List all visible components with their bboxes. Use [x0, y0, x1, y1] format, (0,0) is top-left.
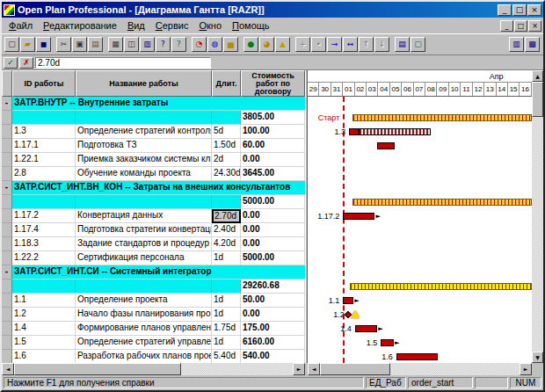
row-collapse-cell[interactable] — [2, 237, 12, 251]
cell-cost[interactable]: 0.00 — [241, 308, 305, 322]
cell-cost[interactable]: 3805.00 — [241, 111, 305, 125]
cell-cost[interactable]: 50.00 — [241, 294, 305, 308]
header-collapse-column[interactable] — [2, 70, 12, 97]
vertical-scroll-thumb[interactable] — [532, 82, 543, 117]
subtotal-row[interactable]: 29260.68 — [2, 279, 305, 294]
row-collapse-cell[interactable] — [2, 153, 12, 167]
cell-name[interactable] — [76, 279, 212, 294]
header-duration[interactable]: Длит. — [212, 70, 241, 97]
row-collapse-cell[interactable] — [2, 125, 12, 139]
cell-id[interactable]: 1.2 — [12, 308, 76, 322]
task-bar[interactable] — [343, 297, 353, 304]
help-button[interactable]: ? — [156, 37, 171, 52]
header-cost[interactable]: Стоимость работ по договору — [241, 70, 305, 97]
gantt-hscroll-thumb[interactable] — [320, 363, 390, 375]
cell-name[interactable]: Задание стандартов и процедур по д — [76, 237, 212, 251]
row-collapse-cell[interactable] — [2, 294, 12, 308]
table-scroll-left-button[interactable]: ◄ — [2, 363, 14, 375]
move-up-button[interactable]: ↑ — [359, 37, 374, 52]
new-document-button[interactable]: ▢ — [4, 37, 19, 52]
task-row[interactable]: 1.18.3Задание стандартов и процедур по д… — [2, 237, 305, 251]
cell-cost[interactable]: 175.00 — [241, 322, 305, 336]
table-hscrollbar[interactable]: ◄ ► — [2, 363, 305, 375]
cell-name[interactable]: Определение стратегий управления — [76, 336, 212, 350]
task-row[interactable]: 1.3Определение стратегий контроля и отч5… — [2, 125, 305, 139]
section-row[interactable]: -ЗАТР.ВНУТР -- Внутренние затраты — [2, 97, 305, 111]
cell-name[interactable]: Подготовка ТЗ — [76, 139, 212, 153]
task-row[interactable]: 1.4Формирование планов управления1.75d17… — [2, 322, 305, 336]
cell-cost[interactable]: 29260.68 — [241, 279, 305, 294]
title-bar[interactable]: Open Plan Professional - [Диаграмма Гант… — [2, 2, 543, 18]
subtotal-row[interactable]: 3805.00 — [2, 111, 305, 125]
gantt-view-button[interactable]: ▤ — [395, 37, 410, 52]
time-analysis-button[interactable]: ◔ — [192, 37, 207, 52]
row-collapse-cell[interactable]: - — [2, 181, 12, 195]
row-collapse-cell[interactable] — [2, 308, 12, 322]
cell-id[interactable]: 1.22.2 — [12, 251, 76, 265]
cell-name[interactable]: Обучение команды проекта — [76, 167, 212, 181]
print-preview-button[interactable]: ◫ — [124, 37, 139, 52]
menu-item-1[interactable]: Файл — [4, 19, 38, 32]
cell-id[interactable]: 1.17.1 — [12, 139, 76, 153]
print-button[interactable]: ▦ — [108, 37, 123, 52]
cell-cost[interactable]: 0.00 — [241, 237, 305, 251]
restore-button[interactable]: □ — [512, 4, 527, 16]
task-row[interactable]: 1.2Начало фазы планирования проекта1d0.0… — [2, 308, 305, 322]
cell-duration[interactable]: 2d — [212, 153, 241, 167]
task-bar[interactable] — [349, 128, 359, 135]
table-scroll-right-button[interactable]: ► — [293, 363, 305, 375]
task-bar[interactable] — [396, 353, 438, 360]
cell-duration[interactable] — [212, 195, 241, 209]
row-collapse-cell[interactable] — [2, 322, 12, 336]
row-collapse-cell[interactable] — [2, 223, 12, 237]
cell-id[interactable]: 1.5 — [12, 336, 76, 350]
add-activity-button[interactable]: + — [295, 37, 310, 52]
row-collapse-cell[interactable] — [2, 251, 12, 265]
cell-cost[interactable]: 0.00 — [241, 153, 305, 167]
cancel-edit-button[interactable]: ✗ — [19, 57, 33, 69]
cell-id[interactable] — [12, 111, 76, 125]
summary-bar[interactable] — [352, 114, 532, 121]
row-collapse-cell[interactable]: - — [2, 97, 12, 111]
summary-bar[interactable] — [352, 199, 532, 206]
cell-id[interactable]: 1.4 — [12, 322, 76, 336]
task-row[interactable]: 2.8Обучение команды проекта24.30d3645.00 — [2, 167, 305, 181]
row-collapse-cell[interactable] — [2, 167, 12, 181]
cell-cost[interactable]: 60.00 — [241, 139, 305, 153]
task-row[interactable]: 1.5Определение стратегий управления1d616… — [2, 336, 305, 350]
copy-button[interactable]: ▣ — [72, 37, 87, 52]
mdi-restore-button[interactable]: □ — [514, 20, 527, 32]
cell-id[interactable]: 1.6 — [12, 350, 76, 363]
gantt-hscrollbar[interactable]: ◄ ► — [308, 363, 532, 375]
cell-editor-input[interactable] — [35, 57, 211, 69]
cell-id[interactable]: 2.8 — [12, 167, 76, 181]
scroll-up-button[interactable]: ▲ — [532, 70, 543, 82]
minimize-button[interactable]: _ — [498, 4, 512, 16]
task-bar-remaining[interactable] — [359, 128, 431, 135]
cell-cost[interactable]: 3645.00 — [241, 167, 305, 181]
cell-duration[interactable]: 1d — [212, 308, 241, 322]
cell-name[interactable]: Подготовка стратегии конвертации — [76, 223, 212, 237]
risk-analysis-button[interactable]: ● — [243, 37, 258, 52]
cell-id[interactable]: 1.17.2 — [12, 209, 76, 223]
row-collapse-cell[interactable] — [2, 336, 12, 350]
vertical-scroll-track[interactable] — [532, 82, 543, 352]
cell-duration[interactable]: 5d — [212, 125, 241, 139]
cell-name[interactable] — [76, 111, 212, 125]
row-collapse-cell[interactable] — [2, 279, 12, 294]
task-bar[interactable] — [343, 213, 374, 220]
scroll-down-button[interactable]: ▼ — [532, 352, 543, 363]
table-hscroll-track[interactable] — [14, 363, 293, 375]
vertical-scrollbar[interactable]: ▲ ▼ — [532, 70, 543, 363]
header-name[interactable]: Название работы — [76, 70, 212, 97]
close-button[interactable]: × — [527, 4, 541, 16]
network-view-button[interactable]: ▢ — [411, 37, 425, 52]
row-collapse-cell[interactable] — [2, 350, 12, 363]
cell-duration[interactable]: 1d — [212, 336, 241, 350]
cell-cost[interactable]: 5000.00 — [241, 251, 305, 265]
cell-cost[interactable]: 100.00 — [241, 125, 305, 139]
cell-name[interactable]: Разработка рабочих планов проекта — [76, 350, 212, 363]
unlink-activities-button[interactable]: ↔ — [343, 37, 358, 52]
menu-item-3[interactable]: Вид — [122, 19, 150, 32]
menu-item-2[interactable]: Редактирование — [38, 19, 122, 32]
